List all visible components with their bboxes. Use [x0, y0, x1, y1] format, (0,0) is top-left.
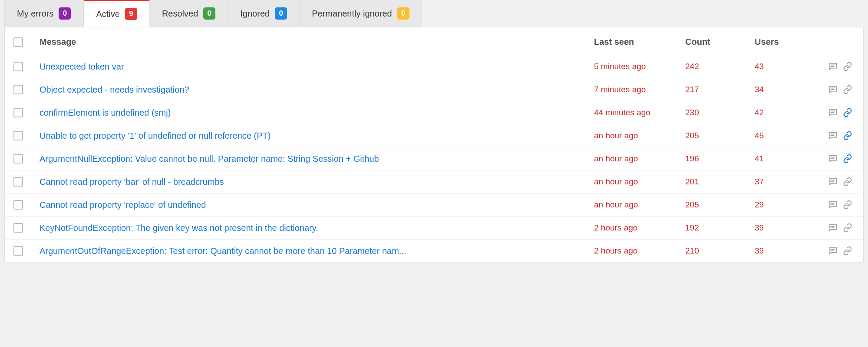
users-cell: 39 [755, 246, 815, 256]
error-message-cell: Unexpected token var [40, 62, 594, 72]
last-seen-cell: 2 hours ago [594, 223, 685, 233]
permalink-icon[interactable] [842, 107, 853, 118]
permalink-icon[interactable] [842, 223, 853, 233]
row-actions [815, 84, 859, 95]
table-header: Message Last seen Count Users [5, 27, 863, 55]
error-link[interactable]: Unexpected token var [40, 62, 124, 71]
tab-ignored[interactable]: Ignored0 [228, 0, 300, 27]
tab-count-badge: 0 [275, 7, 287, 20]
row-checkbox[interactable] [13, 200, 23, 210]
row-actions [815, 223, 859, 233]
users-cell: 37 [755, 177, 815, 187]
row-actions [815, 61, 859, 72]
last-seen-cell: 7 minutes ago [594, 85, 685, 94]
tab-permanently-ignored[interactable]: Permanently ignored0 [300, 0, 422, 27]
last-seen-cell: an hour ago [594, 200, 685, 210]
permalink-icon[interactable] [842, 61, 853, 72]
error-message-cell: ArgumentOutOfRangeException: Test error:… [40, 246, 594, 256]
users-cell: 34 [755, 85, 815, 94]
table-row: KeyNotFoundException: The given key was … [5, 217, 863, 240]
comment-icon[interactable] [828, 177, 838, 187]
comment-icon[interactable] [828, 223, 838, 233]
tab-resolved[interactable]: Resolved0 [150, 0, 228, 27]
tabs-bar: My errors0Active9Resolved0Ignored0Perman… [0, 0, 868, 27]
comment-icon[interactable] [828, 153, 838, 164]
comment-icon[interactable] [828, 84, 838, 95]
error-message-cell: Object expected - needs investigation? [40, 85, 594, 95]
col-last-seen: Last seen [594, 37, 685, 47]
tab-label: Ignored [240, 9, 270, 19]
users-cell: 41 [755, 154, 815, 163]
comment-icon[interactable] [828, 130, 838, 141]
last-seen-cell: an hour ago [594, 154, 685, 163]
table-row: Cannot read property 'bar' of null - bre… [5, 170, 863, 194]
tab-count-badge: 0 [397, 7, 409, 20]
row-actions [815, 246, 859, 256]
tab-label: My errors [17, 9, 53, 19]
comment-icon[interactable] [828, 246, 838, 256]
users-cell: 43 [755, 62, 815, 71]
count-cell: 205 [685, 131, 755, 140]
error-link[interactable]: Unable to get property '1' of undefined … [40, 131, 271, 140]
row-actions [815, 200, 859, 210]
count-cell: 196 [685, 154, 755, 163]
error-message-cell: Unable to get property '1' of undefined … [40, 131, 594, 141]
row-checkbox[interactable] [13, 108, 23, 117]
comment-icon[interactable] [828, 61, 838, 72]
tab-label: Active [96, 9, 119, 19]
table-row: ArgumentOutOfRangeException: Test error:… [5, 240, 863, 263]
row-checkbox[interactable] [13, 131, 23, 140]
count-cell: 242 [685, 62, 755, 71]
table-row: Object expected - needs investigation?7 … [5, 78, 863, 101]
comment-icon[interactable] [828, 200, 838, 210]
error-link[interactable]: Object expected - needs investigation? [40, 85, 189, 94]
error-link[interactable]: KeyNotFoundException: The given key was … [40, 223, 318, 233]
users-cell: 39 [755, 223, 815, 233]
tab-count-badge: 9 [125, 8, 137, 20]
col-message: Message [40, 37, 594, 47]
select-all-checkbox[interactable] [13, 37, 23, 47]
last-seen-cell: an hour ago [594, 177, 685, 187]
permalink-icon[interactable] [842, 177, 853, 187]
count-cell: 217 [685, 85, 755, 94]
error-message-cell: Cannot read property 'bar' of null - bre… [40, 177, 594, 187]
users-cell: 29 [755, 200, 815, 210]
row-actions [815, 153, 859, 164]
tab-my-errors[interactable]: My errors0 [4, 0, 83, 27]
table-row: Unable to get property '1' of undefined … [5, 124, 863, 147]
last-seen-cell: 2 hours ago [594, 246, 685, 256]
table-row: confirmElement is undefined (smj)44 minu… [5, 101, 863, 124]
permalink-icon[interactable] [842, 153, 853, 164]
row-checkbox[interactable] [13, 177, 23, 187]
row-checkbox[interactable] [13, 154, 23, 163]
row-checkbox[interactable] [13, 223, 23, 233]
row-checkbox[interactable] [13, 62, 23, 71]
error-link[interactable]: Cannot read property 'bar' of null - bre… [40, 177, 224, 187]
error-link[interactable]: ArgumentNullException: Value cannot be n… [40, 154, 379, 163]
table-row: Cannot read property 'replace' of undefi… [5, 194, 863, 217]
tab-active[interactable]: Active9 [83, 0, 149, 27]
col-users: Users [755, 37, 815, 47]
users-cell: 42 [755, 108, 815, 117]
permalink-icon[interactable] [842, 246, 853, 256]
count-cell: 210 [685, 246, 755, 256]
error-link[interactable]: confirmElement is undefined (smj) [40, 108, 171, 117]
error-message-cell: Cannot read property 'replace' of undefi… [40, 200, 594, 210]
errors-panel: Message Last seen Count Users Unexpected… [4, 27, 864, 263]
row-checkbox[interactable] [13, 246, 23, 256]
last-seen-cell: 44 minutes ago [594, 108, 685, 117]
error-link[interactable]: Cannot read property 'replace' of undefi… [40, 200, 206, 210]
error-link[interactable]: ArgumentOutOfRangeException: Test error:… [40, 246, 406, 256]
tab-count-badge: 0 [203, 7, 215, 20]
row-checkbox[interactable] [13, 85, 23, 94]
comment-icon[interactable] [828, 107, 838, 118]
permalink-icon[interactable] [842, 130, 853, 141]
last-seen-cell: an hour ago [594, 131, 685, 140]
users-cell: 45 [755, 131, 815, 140]
last-seen-cell: 5 minutes ago [594, 62, 685, 71]
permalink-icon[interactable] [842, 84, 853, 95]
tab-label: Permanently ignored [312, 9, 392, 19]
error-message-cell: KeyNotFoundException: The given key was … [40, 223, 594, 233]
permalink-icon[interactable] [842, 200, 853, 210]
count-cell: 205 [685, 200, 755, 210]
